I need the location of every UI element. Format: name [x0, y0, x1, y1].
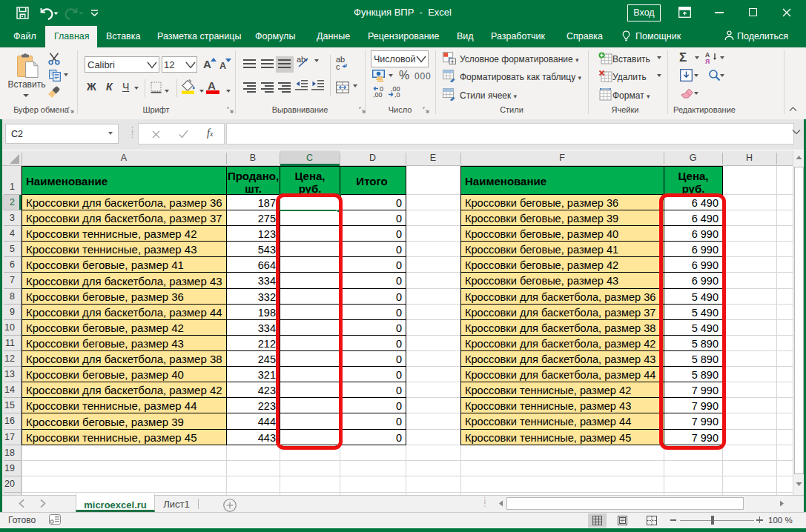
svg-text:,0: ,0: [394, 91, 400, 98]
svg-text:ab: ab: [297, 55, 305, 64]
svg-text:Я: Я: [705, 58, 710, 64]
svg-text:c: c: [336, 62, 340, 71]
svg-text:,00: ,00: [373, 91, 383, 98]
